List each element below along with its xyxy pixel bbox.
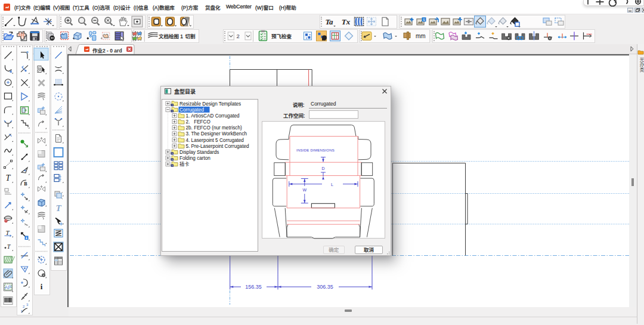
svg-text:D: D bbox=[321, 166, 324, 171]
svg-text:INSIDE DIMENSIONS: INSIDE DIMENSIONS bbox=[296, 148, 335, 152]
svg-text:L: L bbox=[331, 182, 333, 187]
svg-text:W: W bbox=[302, 188, 306, 192]
